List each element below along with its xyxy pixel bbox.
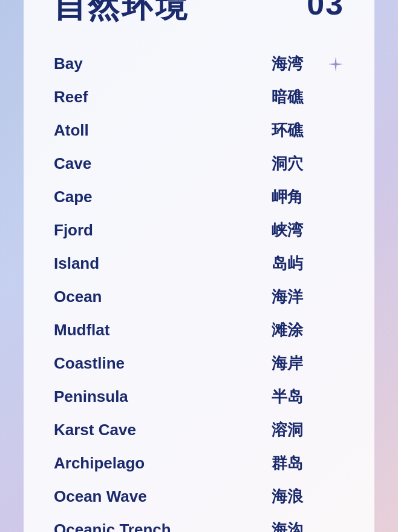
vocab-item: Fjord峡湾: [54, 214, 344, 247]
card-header: 自然环境 03: [54, 0, 344, 28]
vocab-item: Peninsula半岛: [54, 380, 344, 413]
chinese-word: 海岸: [272, 353, 320, 374]
english-word: Oceanic Trench: [54, 521, 272, 532]
main-card: 自然环境 03 Bay海湾 Reef暗礁Atoll环礁Cave洞穴Cape岬角F…: [24, 0, 374, 532]
chinese-word: 半岛: [272, 386, 320, 407]
card-number: 03: [307, 0, 344, 22]
english-word: Karst Cave: [54, 421, 272, 439]
chinese-word: 海浪: [272, 486, 320, 507]
english-word: Bay: [54, 54, 272, 73]
vocab-item: Ocean Wave海浪: [54, 480, 344, 513]
vocab-item: Archipelago群岛: [54, 447, 344, 480]
english-word: Cape: [54, 188, 272, 206]
card-title: 自然环境: [54, 0, 189, 28]
english-word: Island: [54, 254, 272, 273]
english-word: Coastline: [54, 354, 272, 373]
english-word: Peninsula: [54, 387, 272, 406]
vocab-item: Oceanic Trench海沟: [54, 513, 344, 532]
vocab-item: Island岛屿: [54, 247, 344, 280]
english-word: Reef: [54, 88, 272, 107]
vocab-item: Mudflat滩涂: [54, 314, 344, 347]
chinese-word: 滩涂: [272, 320, 320, 341]
chinese-word: 海沟: [272, 519, 320, 532]
vocab-item: Coastline海岸: [54, 347, 344, 380]
english-word: Ocean Wave: [54, 487, 272, 506]
vocab-item: Reef暗礁: [54, 80, 344, 114]
chinese-word: 海湾: [272, 53, 320, 74]
chinese-word: 洞穴: [272, 153, 320, 174]
vocab-item: Cave洞穴: [54, 147, 344, 180]
chinese-word: 暗礁: [272, 87, 320, 108]
chinese-word: 溶洞: [272, 419, 320, 441]
chinese-word: 环礁: [272, 120, 320, 141]
chinese-word: 岛屿: [272, 253, 320, 274]
english-word: Archipelago: [54, 454, 272, 473]
english-word: Mudflat: [54, 321, 272, 340]
sparkle-icon: [327, 56, 344, 73]
english-word: Cave: [54, 154, 272, 173]
vocab-item: Karst Cave溶洞: [54, 413, 344, 447]
chinese-word: 群岛: [272, 453, 320, 474]
vocab-item: Cape岬角: [54, 180, 344, 214]
chinese-word: 海洋: [272, 286, 320, 307]
chinese-word: 峡湾: [272, 220, 320, 241]
vocab-list: Bay海湾 Reef暗礁Atoll环礁Cave洞穴Cape岬角Fjord峡湾Is…: [54, 47, 344, 532]
english-word: Fjord: [54, 221, 272, 240]
vocab-item: Atoll环礁: [54, 114, 344, 147]
english-word: Ocean: [54, 287, 272, 306]
english-word: Atoll: [54, 121, 272, 140]
vocab-item: Bay海湾: [54, 47, 344, 80]
chinese-word: 岬角: [272, 186, 320, 208]
vocab-item: Ocean海洋: [54, 280, 344, 314]
